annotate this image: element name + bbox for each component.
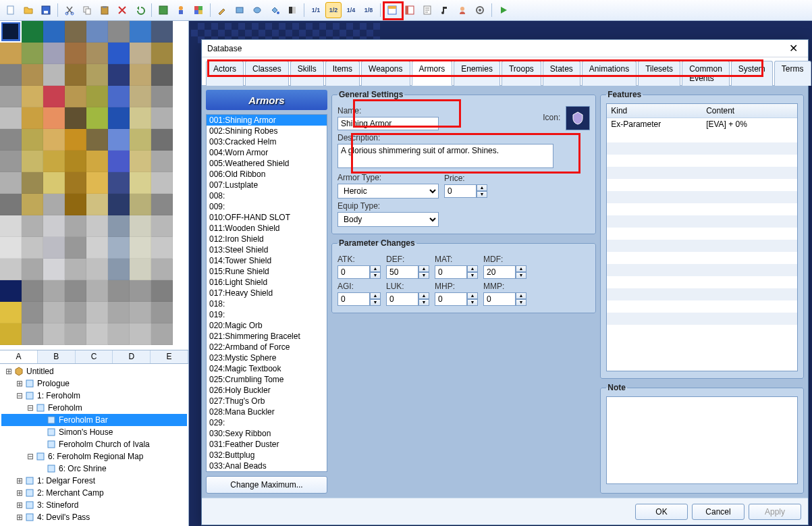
tile[interactable] <box>86 129 108 151</box>
tile[interactable] <box>108 21 130 43</box>
tile[interactable] <box>108 86 130 107</box>
map-mode-button[interactable] <box>155 2 171 18</box>
tile[interactable] <box>65 280 86 302</box>
tile[interactable] <box>22 194 43 215</box>
list-item[interactable]: 031:Feather Duster <box>207 439 327 450</box>
tile[interactable] <box>43 21 65 43</box>
layer-tab-A[interactable]: A <box>0 350 38 363</box>
armor-list[interactable]: 001:Shining Armor002:Shining Robes003:Cr… <box>206 114 327 472</box>
tile[interactable] <box>65 151 86 172</box>
tree-toggle[interactable]: ⊟ <box>26 452 35 461</box>
tile[interactable] <box>0 151 22 172</box>
list-item[interactable]: 013:Steel Shield <box>207 244 327 255</box>
icon-picker[interactable] <box>566 106 590 130</box>
tree-toggle[interactable]: ⊞ <box>15 512 24 522</box>
list-item[interactable]: 011:Wooden Shield <box>207 223 327 234</box>
list-item[interactable]: 023:Mystic Sphere <box>207 352 327 363</box>
options-button[interactable] <box>472 2 488 18</box>
layer-tab-C[interactable]: C <box>76 350 113 363</box>
tile[interactable] <box>151 21 173 43</box>
mmp-input[interactable]: ▲▼ <box>483 292 526 306</box>
tile[interactable] <box>130 21 151 43</box>
tile[interactable] <box>22 215 43 237</box>
tab-common-events[interactable]: Common Events <box>682 61 730 86</box>
tile[interactable] <box>43 172 65 194</box>
tree-node[interactable]: ⊞2: Merchant Camp <box>1 487 187 499</box>
tile[interactable] <box>130 151 151 172</box>
tile[interactable] <box>65 21 86 43</box>
resource-manager-button[interactable] <box>402 2 418 18</box>
tile[interactable] <box>0 86 22 107</box>
tile[interactable] <box>151 107 173 129</box>
tile[interactable] <box>65 86 86 107</box>
tile[interactable] <box>108 323 130 345</box>
tree-node[interactable]: ⊟6: Feroholm Regional Map <box>1 450 187 463</box>
list-item[interactable]: 020:Magic Orb <box>207 320 327 331</box>
tile[interactable] <box>43 280 65 302</box>
tile[interactable] <box>22 86 43 107</box>
tab-armors[interactable]: Armors <box>412 61 453 86</box>
list-item[interactable]: 015:Rune Shield <box>207 266 327 277</box>
tree-node[interactable]: Feroholm Church of Ivala <box>1 438 187 450</box>
list-item[interactable]: 034:Handcuffs <box>207 471 327 472</box>
tree-toggle[interactable]: ⊟ <box>26 403 35 413</box>
tile[interactable] <box>0 302 22 323</box>
tile[interactable] <box>86 43 108 64</box>
tile[interactable] <box>86 172 108 194</box>
zoom-1-8-button[interactable]: 1/8 <box>360 2 377 18</box>
list-item[interactable]: 016:Light Shield <box>207 277 327 288</box>
tile[interactable] <box>65 237 86 259</box>
tile[interactable] <box>43 107 65 129</box>
zoom-1-2-button[interactable]: 1/2 <box>325 2 342 18</box>
list-item[interactable]: 025:Crumbling Tome <box>207 374 327 385</box>
tile[interactable] <box>43 237 65 259</box>
tile[interactable] <box>86 302 108 323</box>
shadow-pen-button[interactable] <box>284 2 300 18</box>
layer-tab-E[interactable]: E <box>151 350 188 363</box>
list-item[interactable]: 032:Buttplug <box>207 450 327 461</box>
tile[interactable] <box>0 215 22 237</box>
tile[interactable] <box>86 323 108 345</box>
tab-states[interactable]: States <box>543 61 580 86</box>
tile[interactable] <box>43 215 65 237</box>
name-input[interactable] <box>337 117 439 130</box>
save-button[interactable] <box>38 2 54 18</box>
tile[interactable] <box>130 64 151 86</box>
tile[interactable] <box>108 237 130 259</box>
tree-node[interactable]: Feroholm Bar <box>1 414 187 426</box>
tile[interactable] <box>43 129 65 151</box>
tile[interactable] <box>86 86 108 107</box>
tree-toggle[interactable]: ⊞ <box>15 476 24 485</box>
tile[interactable] <box>108 107 130 129</box>
tab-troops[interactable]: Troops <box>502 61 541 86</box>
tile[interactable] <box>86 237 108 259</box>
tile[interactable] <box>43 64 65 86</box>
tab-system[interactable]: System <box>731 61 773 86</box>
equip-type-select[interactable]: Body <box>337 212 439 227</box>
tile[interactable] <box>108 280 130 302</box>
list-item[interactable]: 001:Shining Armor <box>207 115 327 126</box>
list-item[interactable]: 022:Armband of Force <box>207 342 327 352</box>
tile[interactable] <box>151 43 173 64</box>
atk-input[interactable]: ▲▼ <box>337 265 381 279</box>
tile[interactable] <box>151 64 173 86</box>
zoom-1-4-button[interactable]: 1/4 <box>343 2 359 18</box>
list-item[interactable]: 021:Shimmering Bracelet <box>207 331 327 342</box>
tile[interactable] <box>65 194 86 215</box>
tile[interactable] <box>86 21 108 43</box>
paste-button[interactable] <box>97 2 113 18</box>
tile[interactable] <box>108 151 130 172</box>
tile[interactable] <box>151 302 173 323</box>
mhp-input[interactable]: ▲▼ <box>435 292 478 306</box>
list-item[interactable]: 028:Mana Buckler <box>207 406 327 417</box>
tile[interactable] <box>0 237 22 259</box>
tile[interactable] <box>43 259 65 280</box>
tile[interactable] <box>151 323 173 345</box>
tile[interactable] <box>130 129 151 151</box>
tile[interactable] <box>108 302 130 323</box>
tile[interactable] <box>108 43 130 64</box>
tile[interactable] <box>0 21 22 43</box>
tile[interactable] <box>130 237 151 259</box>
list-item[interactable]: 006:Old Ribbon <box>207 169 327 180</box>
tab-animations[interactable]: Animations <box>582 61 637 86</box>
